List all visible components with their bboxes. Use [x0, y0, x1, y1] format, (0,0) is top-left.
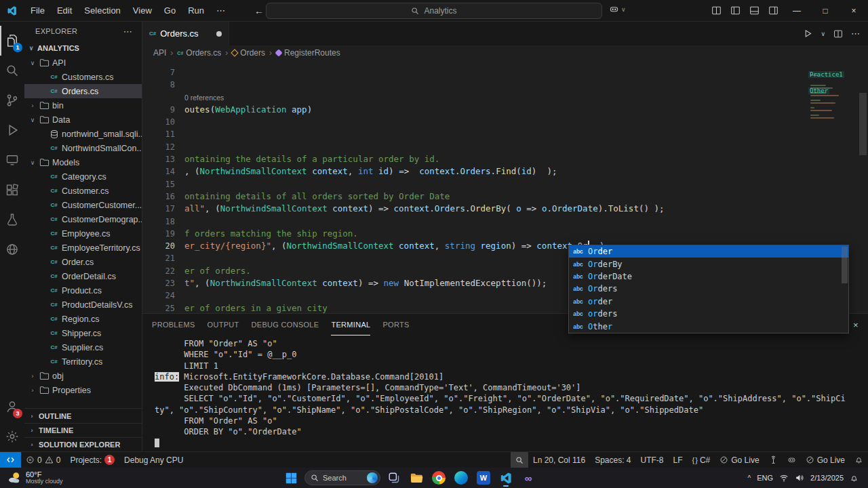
status-projects[interactable]: Projects:1: [65, 452, 119, 468]
weather-widget[interactable]: 60°F Mostly cloudy: [0, 470, 70, 485]
editor-layout-icon[interactable]: [707, 0, 726, 21]
status-zoom-indicator[interactable]: [511, 452, 528, 468]
taskbar-app-visual-studio-icon[interactable]: ∞: [519, 469, 537, 487]
breadcrumb-orders[interactable]: Orders: [232, 48, 265, 58]
suggest-scrollbar[interactable]: [842, 247, 848, 283]
terminal-output[interactable]: FROM "Order" AS "o" WHERE "o"."Id" = @__…: [142, 336, 868, 451]
tree-item-region-cs[interactable]: C#Region.cs: [24, 312, 142, 326]
more-actions-icon[interactable]: ⋯: [123, 26, 132, 37]
tree-item-customerdemograp[interactable]: C#CustomerDemograp...: [24, 212, 142, 226]
taskbar-app-word-icon[interactable]: W: [475, 469, 492, 487]
tree-item-api[interactable]: ∨API: [24, 56, 142, 70]
panel-tab-ports[interactable]: PORTS: [382, 314, 409, 336]
menu-edit[interactable]: Edit: [51, 0, 78, 21]
editor-scrollbar[interactable]: [858, 60, 868, 313]
status-indentation[interactable]: Spaces: 4: [590, 452, 635, 468]
menu-item[interactable]: ⋯: [210, 0, 231, 21]
menu-view[interactable]: View: [127, 0, 158, 21]
split-editor-icon[interactable]: [833, 29, 843, 39]
scrollbar-thumb[interactable]: [859, 93, 867, 155]
tree-item-orders-cs[interactable]: C#Orders.cs: [24, 84, 142, 98]
tree-item-employeeterritory-cs[interactable]: C#EmployeeTerritory.cs: [24, 241, 142, 255]
volume-icon[interactable]: [795, 473, 804, 483]
run-dropdown-icon[interactable]: ∨: [821, 30, 825, 37]
tree-item-product-cs[interactable]: C#Product.cs: [24, 283, 142, 298]
taskbar-search[interactable]: Search: [304, 470, 380, 485]
taskbar-app-vscode-icon[interactable]: [497, 469, 515, 487]
suggestion-other[interactable]: abcOther: [569, 320, 848, 332]
suggestion-orderdate[interactable]: abcOrderDate: [569, 270, 848, 283]
tree-item-employee-cs[interactable]: C#Employee.cs: [24, 226, 142, 241]
section-timeline[interactable]: ›TIMELINE: [24, 423, 142, 437]
run-button[interactable]: [804, 29, 812, 38]
suggestion-orders[interactable]: abcOrders: [569, 283, 848, 295]
panel-tab-terminal[interactable]: TERMINAL: [331, 314, 370, 336]
taskbar-app-task-view-icon[interactable]: [385, 469, 403, 487]
tray-date[interactable]: 2/13/2025: [810, 474, 844, 482]
suggestion-orderby[interactable]: abcOrderBy: [569, 258, 848, 270]
section-analytics[interactable]: ∨ ANALYTICS: [24, 41, 142, 56]
panel-tab-debug-console[interactable]: DEBUG CONSOLE: [252, 314, 319, 336]
status-remote-indicator[interactable]: [0, 452, 21, 468]
tree-item-supplier-cs[interactable]: C#Supplier.cs: [24, 340, 142, 354]
tree-item-order-cs[interactable]: C#Order.cs: [24, 255, 142, 269]
status-language-mode[interactable]: { }C#: [688, 452, 715, 468]
activity-extensions[interactable]: [0, 175, 24, 205]
panel-tab-output[interactable]: OUTPUT: [208, 314, 239, 336]
breadcrumb-registerroutes[interactable]: RegisterRoutes: [276, 48, 340, 58]
toggle-secondary-sidebar-icon[interactable]: [764, 0, 783, 21]
activity-search[interactable]: [0, 56, 24, 85]
taskbar-app-file-explorer-icon[interactable]: [408, 469, 425, 487]
activity-explorer[interactable]: 1: [0, 26, 24, 56]
panel-tab-problems[interactable]: PROBLEMS: [152, 314, 195, 336]
start-button-icon[interactable]: [282, 469, 300, 487]
tree-item-models[interactable]: ∨Models: [24, 155, 142, 169]
close-panel-icon[interactable]: ×: [853, 320, 859, 330]
suggestion-order[interactable]: abcorder: [569, 296, 848, 308]
tree-item-properties[interactable]: ›Properties: [24, 383, 142, 397]
maximize-button[interactable]: □: [811, 0, 840, 21]
tree-item-northwind-small-sqli[interactable]: northwind_small.sqli...: [24, 127, 142, 141]
breadcrumb-orders-cs[interactable]: C#Orders.cs: [177, 48, 221, 58]
menu-go[interactable]: Go: [158, 0, 182, 21]
taskbar-app-edge-icon[interactable]: [452, 469, 470, 487]
close-button[interactable]: ×: [840, 0, 868, 21]
tree-item-territory-cs[interactable]: C#Territory.cs: [24, 354, 142, 369]
tree-item-category-cs[interactable]: C#Category.cs: [24, 169, 142, 184]
menu-selection[interactable]: Selection: [78, 0, 126, 21]
copilot-menu[interactable]: ∨: [609, 4, 626, 14]
tree-item-customer-cs[interactable]: C#Customer.cs: [24, 184, 142, 198]
codelens-references[interactable]: 0 references: [175, 92, 224, 104]
tree-item-bin[interactable]: ›bin: [24, 98, 142, 113]
section-outline[interactable]: ›OUTLINE: [24, 409, 142, 423]
tree-item-productdetailsv-cs[interactable]: C#ProductDetailsV.cs: [24, 298, 142, 312]
tab-orders-cs[interactable]: C# Orders.cs: [142, 22, 229, 45]
activity-source-control[interactable]: [0, 85, 24, 115]
taskbar-app-chrome-icon[interactable]: [430, 469, 448, 487]
suggestion-order[interactable]: abcOrder: [569, 245, 848, 258]
activity-settings[interactable]: [0, 422, 24, 451]
status-go-live[interactable]: Go Live: [715, 452, 764, 468]
activity-live-preview[interactable]: [0, 235, 24, 264]
section-solution-explorer[interactable]: ›SOLUTION EXPLORER: [24, 437, 142, 451]
tree-item-northwindsmallcon[interactable]: C#NorthwindSmallCon...: [24, 141, 142, 155]
status-go-live-2[interactable]: Go Live: [801, 452, 850, 468]
status-encoding[interactable]: UTF-8: [636, 452, 669, 468]
more-actions-icon[interactable]: ⋯: [851, 28, 860, 39]
status-problems[interactable]: 00: [21, 452, 65, 468]
language-indicator[interactable]: ENG: [757, 474, 773, 482]
tray-chevron-icon[interactable]: ^: [748, 474, 751, 482]
breadcrumb-api[interactable]: API: [153, 48, 166, 58]
tree-item-customercustomer[interactable]: C#CustomerCustomer...: [24, 198, 142, 212]
menu-run[interactable]: Run: [182, 0, 210, 21]
activity-accounts[interactable]: 3: [0, 392, 24, 422]
activity-run-debug[interactable]: [0, 115, 24, 145]
tree-item-customers-cs[interactable]: C#Customers.cs: [24, 70, 142, 84]
notification-bell-icon[interactable]: [850, 474, 859, 483]
back-icon[interactable]: ←: [254, 5, 264, 16]
minimize-button[interactable]: —: [783, 0, 811, 21]
status-debug-configuration[interactable]: Debug Any CPU: [119, 452, 188, 468]
status-eol[interactable]: LF: [669, 452, 688, 468]
modified-dot-icon[interactable]: [216, 31, 222, 37]
toggle-sidebar-icon[interactable]: [726, 0, 745, 21]
